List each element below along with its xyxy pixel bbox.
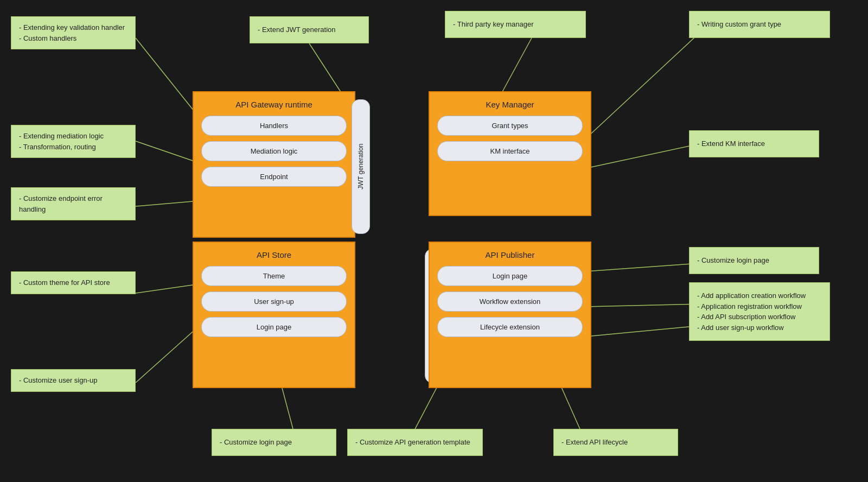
inner-box-mediation: Mediation logic <box>201 141 347 161</box>
svg-line-7 <box>586 33 700 138</box>
svg-line-10 <box>586 304 700 307</box>
api-publisher-block: API Publisher Login page Workflow extens… <box>429 242 591 388</box>
inner-box-km-interface: KM interface <box>437 141 583 161</box>
connector-lines <box>0 0 868 482</box>
inner-box-workflow-extension: Workflow extension <box>437 291 583 312</box>
api-store-block: API Store Theme User sign-up Login page <box>193 242 355 388</box>
callout-mediation: - Extending mediation logic - Transforma… <box>11 125 136 158</box>
api-publisher-title: API Publisher <box>437 250 583 259</box>
jwt-generation-label: JWT generation <box>352 99 370 234</box>
api-store-title: API Store <box>201 250 347 259</box>
svg-line-9 <box>586 263 700 271</box>
callout-custom-grant: - Writing custom grant type <box>689 11 830 38</box>
key-manager-title: Key Manager <box>437 100 583 109</box>
svg-line-11 <box>586 326 700 337</box>
callout-endpoint: - Customize endpoint error handling <box>11 187 136 220</box>
callout-workflow-extensions: - Add application creation workflow - Ap… <box>689 282 830 341</box>
inner-box-login-page-store: Login page <box>201 317 347 337</box>
svg-line-6 <box>499 38 532 98</box>
callout-login-page-bottom: - Customize login page <box>212 429 336 456</box>
inner-box-login-page-publisher: Login page <box>437 266 583 286</box>
inner-box-grant-types: Grant types <box>437 116 583 136</box>
api-gateway-block: API Gateway runtime Handlers Mediation l… <box>193 91 355 238</box>
inner-box-lifecycle-extension: Lifecycle extension <box>437 317 583 337</box>
api-gateway-title: API Gateway runtime <box>201 100 347 109</box>
inner-box-handlers: Handlers <box>201 116 347 136</box>
inner-box-user-signup: User sign-up <box>201 291 347 312</box>
callout-jwt: - Extend JWT generation <box>250 16 369 43</box>
callout-third-party-km: - Third party key manager <box>445 11 586 38</box>
diagram-container: - Extending key validation handler - Cus… <box>0 0 868 482</box>
key-manager-block: Key Manager Grant types KM interface <box>429 91 591 216</box>
callout-api-template: - Customize API generation template <box>347 429 483 456</box>
callout-km-interface: - Extend KM interface <box>689 130 819 157</box>
svg-line-8 <box>586 144 700 168</box>
callout-login-page-right: - Customize login page <box>689 247 819 274</box>
callout-theme: - Custom theme for API store <box>11 271 136 294</box>
inner-box-theme: Theme <box>201 266 347 286</box>
inner-box-endpoint: Endpoint <box>201 167 347 187</box>
callout-signup: - Customize user sign-up <box>11 369 136 392</box>
callout-api-lifecycle: - Extend API lifecycle <box>553 429 678 456</box>
callout-key-validation: - Extending key validation handler - Cus… <box>11 16 136 49</box>
